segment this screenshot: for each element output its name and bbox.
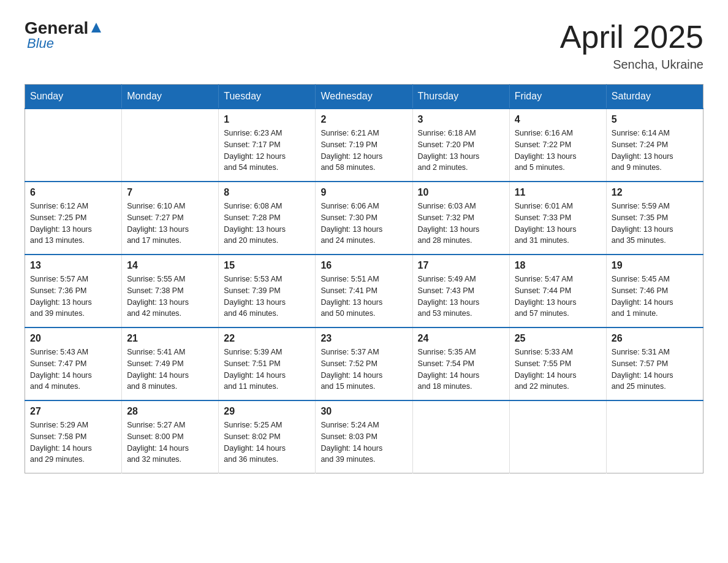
- day-number: 19: [612, 260, 698, 271]
- logo: General Blue: [25, 18, 104, 52]
- calendar-cell: 2Sunrise: 6:21 AM Sunset: 7:19 PM Daylig…: [316, 109, 412, 182]
- calendar-cell: 17Sunrise: 5:49 AM Sunset: 7:43 PM Dayli…: [412, 255, 509, 327]
- calendar-cell: 13Sunrise: 5:57 AM Sunset: 7:36 PM Dayli…: [25, 255, 122, 327]
- day-info: Sunrise: 5:39 AM Sunset: 7:51 PM Dayligh…: [224, 347, 310, 393]
- day-number: 3: [418, 114, 504, 125]
- calendar-cell: 14Sunrise: 5:55 AM Sunset: 7:38 PM Dayli…: [122, 255, 219, 327]
- day-number: 25: [515, 333, 601, 344]
- calendar-cell: 20Sunrise: 5:43 AM Sunset: 7:47 PM Dayli…: [25, 327, 122, 400]
- day-info: Sunrise: 5:37 AM Sunset: 7:52 PM Dayligh…: [320, 347, 407, 393]
- page-header: General Blue April 2025 Sencha, Ukraine: [25, 18, 703, 72]
- calendar-cell: [606, 400, 703, 473]
- day-info: Sunrise: 6:01 AM Sunset: 7:33 PM Dayligh…: [515, 201, 601, 247]
- day-info: Sunrise: 5:53 AM Sunset: 7:39 PM Dayligh…: [224, 274, 310, 320]
- day-number: 4: [515, 114, 601, 125]
- day-number: 28: [127, 406, 213, 417]
- calendar-cell: 19Sunrise: 5:45 AM Sunset: 7:46 PM Dayli…: [606, 255, 703, 327]
- day-number: 9: [320, 187, 407, 198]
- calendar-cell: 23Sunrise: 5:37 AM Sunset: 7:52 PM Dayli…: [316, 327, 412, 400]
- day-number: 18: [515, 260, 601, 271]
- calendar-cell: 9Sunrise: 6:06 AM Sunset: 7:30 PM Daylig…: [316, 182, 412, 255]
- day-info: Sunrise: 5:25 AM Sunset: 8:02 PM Dayligh…: [224, 419, 310, 465]
- calendar-cell: 11Sunrise: 6:01 AM Sunset: 7:33 PM Dayli…: [509, 182, 606, 255]
- calendar-cell: 15Sunrise: 5:53 AM Sunset: 7:39 PM Dayli…: [219, 255, 316, 327]
- day-info: Sunrise: 6:08 AM Sunset: 7:28 PM Dayligh…: [224, 201, 310, 247]
- days-of-week-row: SundayMondayTuesdayWednesdayThursdayFrid…: [25, 85, 703, 109]
- week-row-2: 6Sunrise: 6:12 AM Sunset: 7:25 PM Daylig…: [25, 182, 703, 255]
- calendar-cell: 18Sunrise: 5:47 AM Sunset: 7:44 PM Dayli…: [509, 255, 606, 327]
- day-number: 11: [515, 187, 601, 198]
- header-wednesday: Wednesday: [316, 85, 412, 109]
- day-number: 24: [418, 333, 504, 344]
- calendar-cell: 16Sunrise: 5:51 AM Sunset: 7:41 PM Dayli…: [316, 255, 412, 327]
- day-number: 1: [224, 114, 310, 125]
- day-info: Sunrise: 5:43 AM Sunset: 7:47 PM Dayligh…: [30, 347, 116, 393]
- day-number: 7: [127, 187, 213, 198]
- day-number: 22: [224, 333, 310, 344]
- day-info: Sunrise: 6:12 AM Sunset: 7:25 PM Dayligh…: [30, 201, 116, 247]
- day-number: 29: [224, 406, 310, 417]
- calendar-cell: 10Sunrise: 6:03 AM Sunset: 7:32 PM Dayli…: [412, 182, 509, 255]
- day-number: 20: [30, 333, 116, 344]
- calendar-cell: 5Sunrise: 6:14 AM Sunset: 7:24 PM Daylig…: [606, 109, 703, 182]
- day-info: Sunrise: 5:24 AM Sunset: 8:03 PM Dayligh…: [320, 419, 407, 465]
- header-friday: Friday: [509, 85, 606, 109]
- day-info: Sunrise: 6:03 AM Sunset: 7:32 PM Dayligh…: [418, 201, 504, 247]
- title-section: April 2025 Sencha, Ukraine: [560, 18, 703, 72]
- header-thursday: Thursday: [412, 85, 509, 109]
- day-number: 27: [30, 406, 116, 417]
- calendar-cell: 3Sunrise: 6:18 AM Sunset: 7:20 PM Daylig…: [412, 109, 509, 182]
- main-title: April 2025: [560, 18, 703, 55]
- calendar-cell: 1Sunrise: 6:23 AM Sunset: 7:17 PM Daylig…: [219, 109, 316, 182]
- svg-marker-0: [91, 23, 101, 33]
- week-row-3: 13Sunrise: 5:57 AM Sunset: 7:36 PM Dayli…: [25, 255, 703, 327]
- week-row-4: 20Sunrise: 5:43 AM Sunset: 7:47 PM Dayli…: [25, 327, 703, 400]
- day-number: 26: [612, 333, 698, 344]
- calendar-cell: [25, 109, 122, 182]
- day-info: Sunrise: 5:51 AM Sunset: 7:41 PM Dayligh…: [320, 274, 407, 320]
- calendar-body: 1Sunrise: 6:23 AM Sunset: 7:17 PM Daylig…: [25, 109, 703, 473]
- day-number: 15: [224, 260, 310, 271]
- day-info: Sunrise: 5:35 AM Sunset: 7:54 PM Dayligh…: [418, 347, 504, 393]
- day-info: Sunrise: 5:57 AM Sunset: 7:36 PM Dayligh…: [30, 274, 116, 320]
- day-info: Sunrise: 5:27 AM Sunset: 8:00 PM Dayligh…: [127, 419, 213, 465]
- calendar-cell: 25Sunrise: 5:33 AM Sunset: 7:55 PM Dayli…: [509, 327, 606, 400]
- day-number: 10: [418, 187, 504, 198]
- day-number: 5: [612, 114, 698, 125]
- day-number: 21: [127, 333, 213, 344]
- calendar-cell: [122, 109, 219, 182]
- day-info: Sunrise: 6:06 AM Sunset: 7:30 PM Dayligh…: [320, 201, 407, 247]
- header-tuesday: Tuesday: [219, 85, 316, 109]
- day-number: 8: [224, 187, 310, 198]
- day-info: Sunrise: 5:41 AM Sunset: 7:49 PM Dayligh…: [127, 347, 213, 393]
- header-saturday: Saturday: [606, 85, 703, 109]
- logo-blue-text: Blue: [25, 36, 104, 52]
- day-info: Sunrise: 6:18 AM Sunset: 7:20 PM Dayligh…: [418, 128, 504, 174]
- day-number: 13: [30, 260, 116, 271]
- day-number: 23: [320, 333, 407, 344]
- day-info: Sunrise: 5:55 AM Sunset: 7:38 PM Dayligh…: [127, 274, 213, 320]
- calendar-cell: 4Sunrise: 6:16 AM Sunset: 7:22 PM Daylig…: [509, 109, 606, 182]
- header-monday: Monday: [122, 85, 219, 109]
- calendar-cell: [509, 400, 606, 473]
- day-info: Sunrise: 5:31 AM Sunset: 7:57 PM Dayligh…: [612, 347, 698, 393]
- calendar-cell: 22Sunrise: 5:39 AM Sunset: 7:51 PM Dayli…: [219, 327, 316, 400]
- day-info: Sunrise: 6:10 AM Sunset: 7:27 PM Dayligh…: [127, 201, 213, 247]
- calendar-header: SundayMondayTuesdayWednesdayThursdayFrid…: [25, 85, 703, 109]
- day-info: Sunrise: 5:59 AM Sunset: 7:35 PM Dayligh…: [612, 201, 698, 247]
- calendar-cell: 21Sunrise: 5:41 AM Sunset: 7:49 PM Dayli…: [122, 327, 219, 400]
- day-number: 17: [418, 260, 504, 271]
- week-row-5: 27Sunrise: 5:29 AM Sunset: 7:58 PM Dayli…: [25, 400, 703, 473]
- header-sunday: Sunday: [25, 85, 122, 109]
- day-number: 14: [127, 260, 213, 271]
- calendar-cell: 12Sunrise: 5:59 AM Sunset: 7:35 PM Dayli…: [606, 182, 703, 255]
- calendar-cell: 26Sunrise: 5:31 AM Sunset: 7:57 PM Dayli…: [606, 327, 703, 400]
- day-number: 2: [320, 114, 407, 125]
- day-info: Sunrise: 5:49 AM Sunset: 7:43 PM Dayligh…: [418, 274, 504, 320]
- day-info: Sunrise: 5:29 AM Sunset: 7:58 PM Dayligh…: [30, 419, 116, 465]
- day-number: 30: [320, 406, 407, 417]
- calendar-cell: 30Sunrise: 5:24 AM Sunset: 8:03 PM Dayli…: [316, 400, 412, 473]
- day-number: 6: [30, 187, 116, 198]
- calendar-cell: 6Sunrise: 6:12 AM Sunset: 7:25 PM Daylig…: [25, 182, 122, 255]
- calendar-cell: 27Sunrise: 5:29 AM Sunset: 7:58 PM Dayli…: [25, 400, 122, 473]
